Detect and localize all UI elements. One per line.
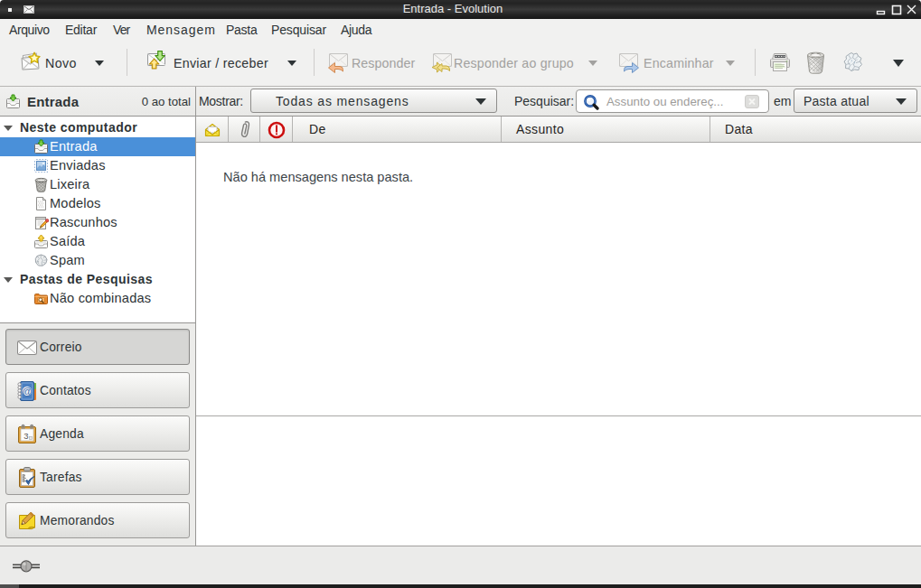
svg-text:@: @ — [23, 386, 33, 397]
svg-text:3: 3 — [23, 431, 28, 441]
